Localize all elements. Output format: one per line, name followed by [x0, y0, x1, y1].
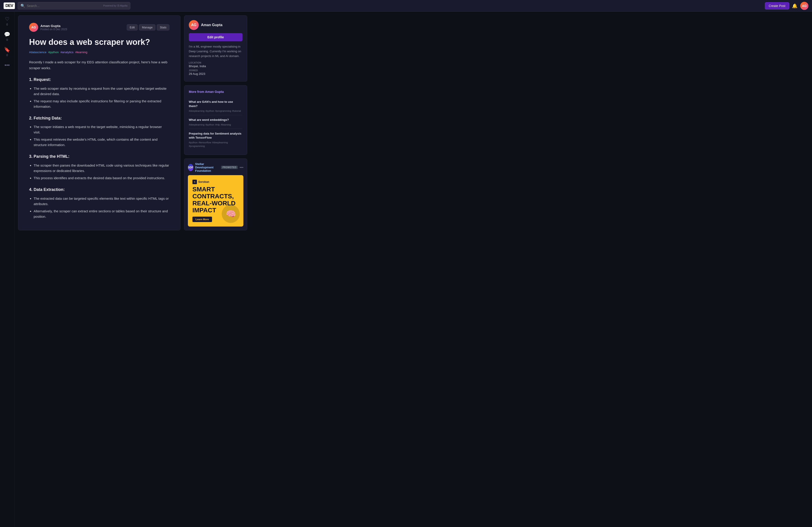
more-action[interactable]: •••: [4, 62, 10, 68]
post-tags-1: #deeplearning #python #programming #tuto…: [189, 109, 243, 112]
nav-right: Create Post 🔔 AG: [765, 2, 808, 10]
more-dots-icon: •••: [4, 62, 10, 68]
profile-bio: I'm a ML engineer mostly specialising in…: [189, 44, 243, 58]
promoted-header: SDF Stellar Development Foundation PROMO…: [188, 162, 243, 172]
top-navigation: DEV 🔍 Powered by ⓐ Algolia Create Post 🔔…: [0, 0, 812, 12]
post-tag: #programming: [215, 109, 231, 112]
more-post-title-3: Preparing data for Sentiment analysis wi…: [189, 132, 243, 140]
post-tag: #deeplearning: [189, 123, 205, 126]
profile-card: AG Aman Gupta Edit profile I'm a ML engi…: [184, 15, 247, 81]
article-tags: #datascience #python #analytics #learnin…: [29, 50, 169, 54]
stats-button[interactable]: Stats: [157, 24, 169, 30]
list-item: The web scraper starts by receiving a re…: [34, 86, 169, 97]
post-tag: #deeplearning: [189, 109, 205, 112]
tag-learning[interactable]: #learning: [75, 50, 88, 54]
ad-brand: S Soroban: [192, 180, 239, 184]
section-3-list: The scraper then parses the downloaded H…: [34, 163, 169, 181]
more-from-card: More from Aman Gupta What are GAN's and …: [184, 85, 247, 155]
posted-date: Posted on 8 Dec 2023: [40, 28, 67, 31]
article-title: How does a web scraper work?: [29, 37, 169, 47]
profile-header: AG Aman Gupta: [189, 20, 243, 30]
post-tags-3: #python #tensorflow #deeplearning #progr…: [189, 141, 243, 147]
more-post-3[interactable]: Preparing data for Sentiment analysis wi…: [189, 129, 243, 150]
ad-brand-logo: S: [192, 180, 197, 184]
promoted-org-logo: SDF: [188, 164, 193, 171]
post-tag: #learning: [221, 123, 231, 126]
article-body: Recently I made a web scraper for my EEG…: [29, 59, 169, 219]
article: AG Aman Gupta Posted on 8 Dec 2023 Edit …: [18, 15, 180, 230]
post-tag: #python: [205, 123, 214, 126]
post-tags-2: #deeplearning #python #nlp #learning: [189, 123, 243, 126]
main-content: AG Aman Gupta Posted on 8 Dec 2023 Edit …: [14, 12, 285, 234]
section-heading-3: 3. Parsing the HTML:: [29, 153, 169, 160]
promoted-badge: PROMOTED: [221, 166, 238, 169]
tag-datascience[interactable]: #datascience: [29, 50, 46, 54]
section-1-list: The web scraper starts by receiving a re…: [34, 86, 169, 109]
more-post-2[interactable]: What are word embeddings? #deeplearning …: [189, 115, 243, 129]
edit-profile-button[interactable]: Edit profile: [189, 33, 243, 41]
manage-button[interactable]: Manage: [139, 24, 156, 30]
tag-python[interactable]: #python: [48, 50, 59, 54]
dev-logo[interactable]: DEV: [4, 2, 15, 9]
section-heading-2: 2. Fetching Data:: [29, 115, 169, 122]
joined-value: 29 Aug 2023: [189, 72, 243, 76]
more-post-1[interactable]: What are GAN's and how to use them? #dee…: [189, 97, 243, 115]
author-info: AG Aman Gupta Posted on 8 Dec 2023: [29, 23, 67, 32]
heart-action[interactable]: ♡ 0: [5, 16, 10, 26]
article-intro: Recently I made a web scraper for my EEG…: [29, 59, 169, 71]
user-avatar-nav[interactable]: AG: [800, 2, 808, 10]
comment-icon: 💬: [4, 32, 10, 37]
bookmark-action[interactable]: 🔖 0: [4, 47, 10, 57]
author-details: Aman Gupta Posted on 8 Dec 2023: [40, 24, 67, 31]
list-item: The scraper then parses the downloaded H…: [34, 163, 169, 174]
search-input[interactable]: [27, 4, 101, 7]
post-tag: #python: [205, 109, 214, 112]
search-bar[interactable]: 🔍 Powered by ⓐ Algolia: [18, 2, 130, 10]
powered-by-label: Powered by ⓐ Algolia: [103, 4, 128, 7]
post-tag: #deeplearning: [212, 141, 228, 144]
promoted-org-name: Stellar Development Foundation: [195, 162, 219, 172]
joined-meta: JOINED 29 Aug 2023: [189, 69, 243, 76]
post-tag: #nlp: [215, 123, 220, 126]
list-item: This process identifies and extracts the…: [34, 175, 169, 181]
tag-analytics[interactable]: #analytics: [60, 50, 74, 54]
edit-button[interactable]: Edit: [127, 24, 137, 30]
author-avatar[interactable]: AG: [29, 23, 38, 32]
promoted-more-icon[interactable]: •••: [240, 165, 243, 169]
more-post-title-2: What are word embeddings?: [189, 118, 243, 122]
list-item: The extracted data can be targeted speci…: [34, 196, 169, 207]
joined-label: JOINED: [189, 69, 243, 72]
article-actions: Edit Manage Stats: [127, 24, 169, 30]
location-label: LOCATION: [189, 62, 243, 64]
promoted-card: SDF Stellar Development Foundation PROMO…: [184, 159, 247, 230]
more-from-title: More from Aman Gupta: [189, 90, 243, 93]
comment-count: 0: [6, 38, 8, 42]
article-header: AG Aman Gupta Posted on 8 Dec 2023 Edit …: [29, 23, 169, 32]
ad-brand-name: Soroban: [198, 180, 209, 183]
post-tag: #tutorial: [232, 109, 241, 112]
list-item: This request retrieves the website's HTM…: [34, 137, 169, 148]
right-sidebar: AG Aman Gupta Edit profile I'm a ML engi…: [184, 15, 247, 230]
heart-icon: ♡: [5, 16, 10, 22]
section-heading-4: 4. Data Extraction:: [29, 186, 169, 193]
notification-bell-icon[interactable]: 🔔: [792, 3, 798, 9]
post-tag: #python: [189, 141, 198, 144]
ad-learn-more-button[interactable]: Learn More: [192, 216, 212, 222]
section-heading-1: 1. Request:: [29, 76, 169, 83]
location-meta: LOCATION Bhopal, India: [189, 62, 243, 68]
bookmark-count: 0: [6, 54, 8, 57]
ad-image[interactable]: S Soroban SMART CONTRACTS, REAL-WORLD IM…: [188, 175, 243, 226]
comment-action[interactable]: 💬 0: [4, 32, 10, 42]
section-4-list: The extracted data can be targeted speci…: [34, 196, 169, 219]
section-2-list: The scraper initiates a web request to t…: [34, 124, 169, 148]
list-item: The scraper initiates a web request to t…: [34, 124, 169, 135]
profile-name: Aman Gupta: [201, 23, 222, 27]
post-tag: #programming: [189, 145, 205, 147]
bookmark-icon: 🔖: [4, 47, 10, 53]
profile-avatar[interactable]: AG: [189, 20, 199, 30]
search-icon: 🔍: [20, 4, 25, 8]
more-post-title-1: What are GAN's and how to use them?: [189, 100, 243, 108]
post-tag: #tensorflow: [199, 141, 211, 144]
ad-decoration-icon: 🧠: [222, 205, 240, 223]
create-post-button[interactable]: Create Post: [765, 2, 789, 10]
